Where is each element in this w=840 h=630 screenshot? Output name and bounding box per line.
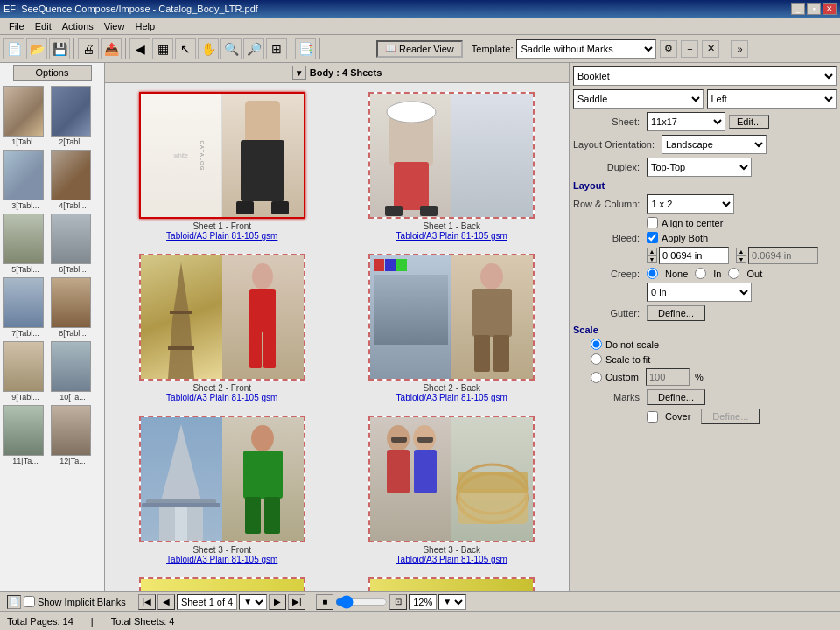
creep-value-dropdown[interactable]: 0 in [647,283,752,302]
booklet-dropdown[interactable]: Booklet [573,66,836,86]
thumbnail-scroll[interactable]: 1[Tabl... 2[Tabl... 3[Tabl... [0,82,104,592]
binding-dropdown[interactable]: Left [707,89,837,108]
print-icon[interactable]: 🖨 [78,38,99,60]
titlebar-buttons: _ ▪ ✕ [791,3,836,15]
template-delete-icon[interactable]: ✕ [702,40,719,58]
menu-view[interactable]: View [99,19,130,33]
template-dropdown[interactable]: Saddle without Marks [516,39,656,59]
close-button[interactable]: ✕ [822,3,836,15]
creep-out-radio[interactable] [728,268,739,279]
pdf-icon[interactable]: 📑 [295,38,316,60]
zoom-fit-icon[interactable]: ⊞ [266,38,287,60]
sheet-2-front-preview[interactable] [139,254,305,381]
sheet-3-front-preview[interactable] [139,416,305,542]
first-page-button[interactable]: |◀ [138,594,156,610]
titlebar: EFI SeeQuence Compose/Impose - Catalog_B… [0,0,840,18]
zoom-dropdown[interactable]: ▼ [438,594,466,610]
zoom-out-icon[interactable]: 🔎 [243,38,264,60]
scale-custom-input [646,368,690,386]
sheet-2-back-sublabel[interactable]: Tabloid/A3 Plain 81-105 gsm [396,393,508,402]
define-cover-button[interactable]: Define... [701,409,760,424]
cover-checkbox[interactable] [647,411,658,423]
export-icon[interactable]: 📤 [101,38,122,60]
menu-edit[interactable]: Edit [30,19,57,33]
thumb-12[interactable]: 12[Ta... [51,405,94,466]
define-marks-button[interactable]: Define... [647,389,705,405]
bleed-up-2[interactable]: ▲ [736,248,746,256]
thumb-10[interactable]: 10[Ta... [51,341,94,402]
scale-fit-radio[interactable] [591,354,602,365]
thumb-6[interactable]: 6[Tabl... [51,214,94,274]
back-icon[interactable]: ◀ [130,38,150,60]
prev-page-button[interactable]: ◀ [158,594,175,610]
sheet-2-back-label: Sheet 2 - Back [423,383,480,393]
sheet-4-back-preview[interactable] [368,578,535,592]
menu-actions[interactable]: Actions [57,19,99,33]
bleed-down-2[interactable]: ▼ [736,256,746,263]
menu-file[interactable]: File [4,19,30,33]
sheet-2-back-preview[interactable] [368,254,535,381]
creep-none-radio[interactable] [647,268,658,279]
sheet-1-back-sublabel[interactable]: Tabloid/A3 Plain 81-105 gsm [396,231,508,241]
saddle-dropdown[interactable]: Saddle [573,89,704,108]
creep-out-label: Out [746,269,762,279]
layout-orientation-dropdown[interactable]: Landscape [662,135,766,154]
pointer-icon[interactable]: ↖ [175,38,196,60]
thumb-1[interactable]: 1[Tabl... [4,86,47,146]
thumb-4[interactable]: 4[Tabl... [51,150,94,210]
sheet-edit-button[interactable]: Edit... [729,115,769,129]
sheet-container[interactable]: CATALOG white [105,83,569,592]
row-column-dropdown[interactable]: 1 x 2 [647,194,734,214]
thumb-2[interactable]: 2[Tabl... [51,86,94,146]
next-page-button[interactable]: ▶| [288,594,305,610]
page-dropdown[interactable]: ▼ [239,594,267,610]
sheet-2-front-sublabel[interactable]: Tabloid/A3 Plain 81-105 gsm [166,393,277,402]
options-bar: Options [0,63,104,82]
zoom-in-icon[interactable]: 🔍 [220,38,242,60]
sheet-size-dropdown[interactable]: 11x17 [647,112,725,131]
reader-view-button[interactable]: 📖 Reader View [376,40,463,58]
sheet-3-front-sublabel[interactable]: Tabloid/A3 Plain 81-105 gsm [166,555,277,564]
align-center-checkbox[interactable] [647,217,658,228]
sheet-3-back-preview[interactable] [368,416,535,542]
bleed-down-1[interactable]: ▼ [647,256,657,263]
apply-both-checkbox[interactable] [647,232,658,243]
zoom-fit-button[interactable]: ⊡ [389,594,407,610]
sheet-3-back-sublabel[interactable]: Tabloid/A3 Plain 81-105 gsm [396,555,508,564]
thumb-8[interactable]: 8[Tabl... [51,277,94,338]
creep-in-radio[interactable] [695,268,706,279]
minimize-button[interactable]: _ [791,3,805,15]
thumbnail-panel: Options 1[Tabl... 2[Tabl... [0,63,105,592]
hand-icon[interactable]: ✋ [198,38,219,60]
zoom-slider[interactable] [335,595,388,609]
nav-forward-icon[interactable]: » [731,40,748,58]
open-icon[interactable]: 📂 [26,38,47,60]
scale-no-radio[interactable] [591,339,602,350]
define-gutter-button[interactable]: Define... [647,305,705,321]
bleed-up-1[interactable]: ▲ [647,248,657,256]
thumb-11[interactable]: 11[Ta... [4,405,47,466]
layout-icon[interactable]: ▦ [152,38,173,60]
duplex-dropdown[interactable]: Top-Top [647,158,752,177]
menu-help[interactable]: Help [130,19,160,33]
new-icon[interactable]: 📄 [4,38,24,60]
options-button[interactable]: Options [13,65,92,80]
bleed-input-1[interactable] [659,247,729,264]
sheet-1-front-preview[interactable]: CATALOG white [139,92,305,219]
thumb-5[interactable]: 5[Tabl... [4,214,47,274]
thumb-9[interactable]: 9[Tabl... [4,341,47,402]
template-add-icon[interactable]: + [681,40,698,58]
maximize-button[interactable]: ▪ [807,3,821,15]
thumb-3[interactable]: 3[Tabl... [4,150,47,210]
show-implicit-blanks-checkbox[interactable] [24,596,35,607]
collapse-button[interactable]: ▼ [292,66,306,80]
template-settings-icon[interactable]: ⚙ [660,40,677,58]
play-button[interactable]: ▶ [269,594,286,610]
sheet-1-front-sublabel[interactable]: Tabloid/A3 Plain 81-105 gsm [166,231,277,241]
thumb-7[interactable]: 7[Tabl... [4,277,47,338]
save-icon[interactable]: 💾 [49,38,70,60]
sheet-4-front-preview[interactable] [139,578,305,592]
sheet-1-back-preview[interactable] [368,92,535,219]
zoom-stop-button[interactable]: ■ [316,594,333,610]
scale-custom-radio[interactable] [591,372,602,383]
